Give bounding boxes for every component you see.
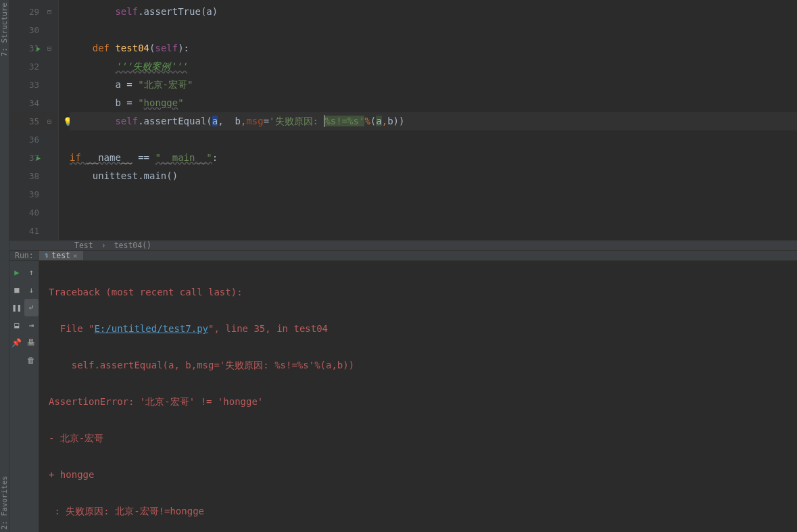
- console-line: Traceback (most recent call last):: [49, 283, 790, 301]
- code-line[interactable]: [70, 222, 797, 240]
- run-tab-label: test: [51, 251, 70, 260]
- scroll-down-icon[interactable]: ↓: [24, 281, 39, 299]
- gutter: 29⊟ 30 ▶31⊟ 32 33 34 35⊟💡 36 ▶37 38 39 4…: [9, 0, 59, 240]
- code-line[interactable]: [70, 185, 797, 203]
- breadcrumb-item[interactable]: test04(): [114, 241, 151, 250]
- code-area[interactable]: self.assertTrue(a) def test04(self): '''…: [59, 0, 797, 240]
- gutter-line[interactable]: 32: [9, 57, 58, 76]
- gutter-line[interactable]: 35⊟💡: [9, 112, 58, 130]
- pause-icon[interactable]: ❚❚: [9, 299, 24, 316]
- editor: 29⊟ 30 ▶31⊟ 32 33 34 35⊟💡 36 ▶37 38 39 4…: [9, 0, 797, 240]
- gutter-line[interactable]: 34: [9, 94, 58, 112]
- file-link[interactable]: E:/untitled/test7.py: [94, 323, 208, 334]
- code-line[interactable]: '''失败案例''': [70, 57, 797, 76]
- layout-icon[interactable]: ⬓: [9, 316, 24, 334]
- fold-close-icon[interactable]: ⊟: [46, 118, 53, 125]
- code-line-current[interactable]: self.assertEqual(a, b,msg='失败原因: %s!=%s'…: [70, 112, 797, 130]
- code-line[interactable]: [70, 130, 797, 149]
- console-line: + hongge: [49, 466, 790, 484]
- fold-open-icon[interactable]: ⊟: [46, 45, 53, 52]
- print-icon[interactable]: 🖶: [24, 334, 39, 352]
- gutter-line[interactable]: 39: [9, 185, 58, 203]
- close-icon[interactable]: ×: [73, 251, 78, 260]
- code-line[interactable]: [70, 21, 797, 39]
- breadcrumb-item[interactable]: Test: [74, 241, 93, 250]
- rerun-icon[interactable]: ▶: [9, 264, 24, 281]
- structure-tool-label[interactable]: 7: Structure: [0, 3, 9, 56]
- run-panel-label: Run:: [9, 251, 39, 260]
- code-line[interactable]: [70, 203, 797, 222]
- code-line[interactable]: b = "hongge": [70, 94, 797, 112]
- console-output[interactable]: Traceback (most recent call last): File …: [39, 261, 797, 532]
- code-line[interactable]: def test04(self):: [70, 39, 797, 57]
- breadcrumb-separator-icon: ›: [101, 241, 106, 250]
- fold-close-icon[interactable]: ⊟: [46, 9, 53, 16]
- code-line[interactable]: unittest.main(): [70, 167, 797, 185]
- favorites-tool-label[interactable]: 2: Favorites: [0, 476, 9, 529]
- gutter-line[interactable]: ▶31⊟: [9, 39, 58, 57]
- run-gutter-icon[interactable]: ▶: [37, 154, 41, 162]
- pin-icon[interactable]: 📌: [9, 334, 24, 352]
- gutter-line[interactable]: 41: [9, 222, 58, 240]
- run-toolbar: ▶ ↑ ■ ↓ ❚❚ ⤶ ⬓ ⇥ 📌 🖶 🗑: [9, 261, 39, 532]
- gutter-line[interactable]: 29⊟: [9, 3, 58, 21]
- console-line: : 失败原因: 北京-宏哥!=hongge: [49, 502, 790, 521]
- run-tab-bar: Run: ⚕ test ×: [9, 251, 797, 261]
- gutter-line[interactable]: 38: [9, 167, 58, 185]
- run-panel: ▶ ↑ ■ ↓ ❚❚ ⤶ ⬓ ⇥ 📌 🖶 🗑: [9, 261, 797, 532]
- scroll-up-icon[interactable]: ↑: [24, 264, 39, 281]
- console-line: File "E:/untitled/test7.py", line 35, in…: [49, 320, 790, 338]
- run-gutter-icon[interactable]: ▶: [37, 45, 41, 52]
- gutter-line[interactable]: 40: [9, 203, 58, 222]
- gutter-line[interactable]: 36: [9, 130, 58, 149]
- breadcrumb: Test › test04(): [9, 240, 797, 251]
- main-area: 29⊟ 30 ▶31⊟ 32 33 34 35⊟💡 36 ▶37 38 39 4…: [9, 0, 797, 532]
- gutter-line[interactable]: 33: [9, 76, 58, 94]
- gutter-line[interactable]: 30: [9, 21, 58, 39]
- console-line: AssertionError: '北京-宏哥' != 'hongge': [49, 393, 790, 411]
- trash-icon[interactable]: 🗑: [24, 352, 39, 369]
- code-line[interactable]: self.assertTrue(a): [70, 3, 797, 21]
- soft-wrap-icon[interactable]: ⤶: [24, 299, 39, 316]
- left-tool-rail: 7: Structure 2: Favorites: [0, 0, 9, 532]
- stop-icon[interactable]: ■: [9, 281, 24, 299]
- python-file-icon: ⚕: [45, 251, 49, 260]
- scroll-to-end-icon[interactable]: ⇥: [24, 316, 39, 334]
- gutter-line[interactable]: ▶37: [9, 149, 58, 167]
- run-tab[interactable]: ⚕ test ×: [39, 251, 83, 260]
- code-line[interactable]: a = "北京-宏哥": [70, 76, 797, 94]
- console-line: - 北京-宏哥: [49, 429, 790, 448]
- code-line[interactable]: if __name__ == "__main__":: [70, 149, 797, 167]
- blank: [9, 352, 24, 369]
- console-line: self.assertEqual(a, b,msg='失败原因: %s!=%s'…: [49, 356, 790, 374]
